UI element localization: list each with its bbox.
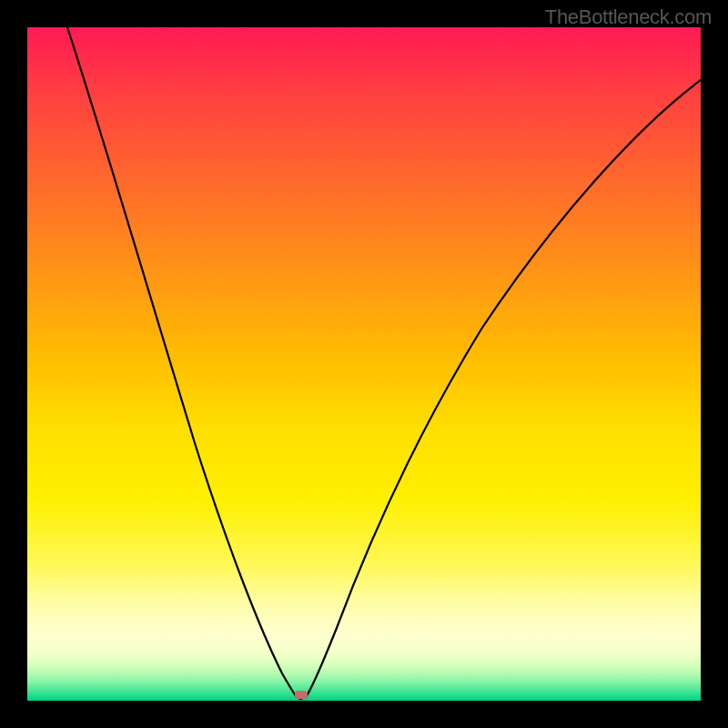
bottleneck-curve-svg	[27, 27, 701, 701]
minimum-point-marker	[295, 691, 308, 699]
plot-gradient-background	[27, 27, 701, 701]
watermark-text: TheBottleneck.com	[545, 5, 712, 29]
bottleneck-curve-path	[67, 27, 701, 699]
